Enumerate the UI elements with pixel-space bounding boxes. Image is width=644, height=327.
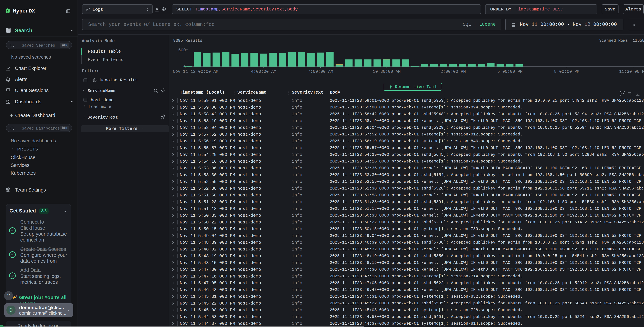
svg-text:5:00:00 PM: 5:00:00 PM: [497, 69, 523, 74]
svg-text:Nov 11 12:00:00 AM: Nov 11 12:00:00 AM: [173, 69, 218, 74]
svg-text:600: 600: [178, 48, 186, 53]
svg-text:8:00:00 PM: 8:00:00 PM: [554, 69, 580, 74]
svg-text:11:30:00 PM: 11:30:00 PM: [619, 69, 644, 74]
svg-text:0: 0: [183, 64, 186, 70]
svg-text:2:00:00 PM: 2:00:00 PM: [440, 69, 466, 74]
svg-text:10:30:00 AM: 10:30:00 AM: [373, 69, 400, 74]
svg-text:7:00:00 AM: 7:00:00 AM: [308, 69, 333, 74]
svg-text:4:00:00 AM: 4:00:00 AM: [251, 69, 276, 74]
